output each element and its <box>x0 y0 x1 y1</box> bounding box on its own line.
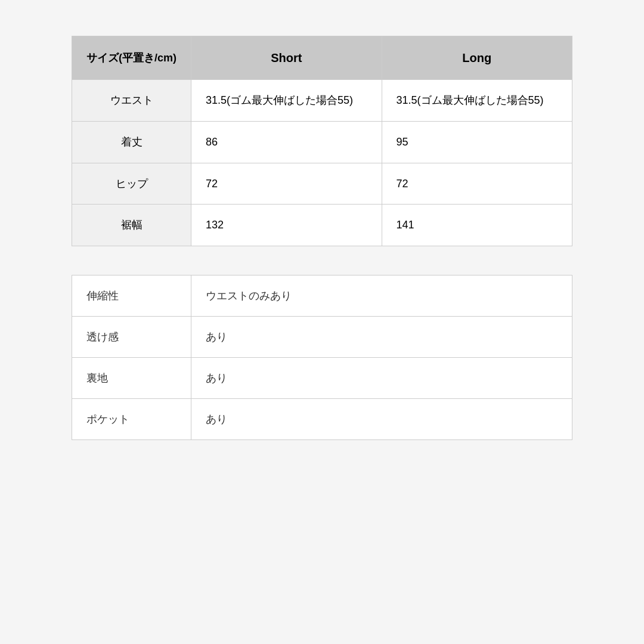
props-row-value: あり <box>191 399 572 440</box>
props-table: 伸縮性ウエストのみあり透け感あり裏地ありポケットあり <box>72 275 572 440</box>
size-header-label: サイズ(平置き/cm) <box>72 36 191 80</box>
props-row-label: 裏地 <box>72 358 191 399</box>
size-row-long: 141 <box>382 205 572 246</box>
size-table-row: 裾幅132141 <box>72 205 572 246</box>
props-table-row: ポケットあり <box>72 399 572 440</box>
size-table-row: 着丈8695 <box>72 121 572 163</box>
props-row-value: あり <box>191 358 572 399</box>
size-table-row: ヒップ7272 <box>72 163 572 205</box>
props-table-wrapper: 伸縮性ウエストのみあり透け感あり裏地ありポケットあり <box>72 275 572 440</box>
size-row-label: ヒップ <box>72 163 191 205</box>
props-table-row: 透け感あり <box>72 317 572 358</box>
size-row-short: 86 <box>191 121 382 163</box>
page-content: サイズ(平置き/cm) Short Long ウエスト31.5(ゴム最大伸ばした… <box>72 36 572 440</box>
size-row-label: ウエスト <box>72 80 191 122</box>
props-table-row: 裏地あり <box>72 358 572 399</box>
size-row-short: 72 <box>191 163 382 205</box>
props-table-row: 伸縮性ウエストのみあり <box>72 275 572 317</box>
size-table-row: ウエスト31.5(ゴム最大伸ばした場合55)31.5(ゴム最大伸ばした場合55) <box>72 80 572 122</box>
size-row-short: 31.5(ゴム最大伸ばした場合55) <box>191 80 382 122</box>
size-row-long: 95 <box>382 121 572 163</box>
size-table-wrapper: サイズ(平置き/cm) Short Long ウエスト31.5(ゴム最大伸ばした… <box>72 36 572 246</box>
props-row-value: あり <box>191 317 572 358</box>
size-row-label: 裾幅 <box>72 205 191 246</box>
props-row-label: ポケット <box>72 399 191 440</box>
props-row-label: 透け感 <box>72 317 191 358</box>
size-table: サイズ(平置き/cm) Short Long ウエスト31.5(ゴム最大伸ばした… <box>72 36 572 246</box>
size-header-long: Long <box>382 36 572 80</box>
size-row-long: 31.5(ゴム最大伸ばした場合55) <box>382 80 572 122</box>
size-row-long: 72 <box>382 163 572 205</box>
size-row-label: 着丈 <box>72 121 191 163</box>
props-row-value: ウエストのみあり <box>191 275 572 317</box>
props-row-label: 伸縮性 <box>72 275 191 317</box>
size-header-short: Short <box>191 36 382 80</box>
size-row-short: 132 <box>191 205 382 246</box>
